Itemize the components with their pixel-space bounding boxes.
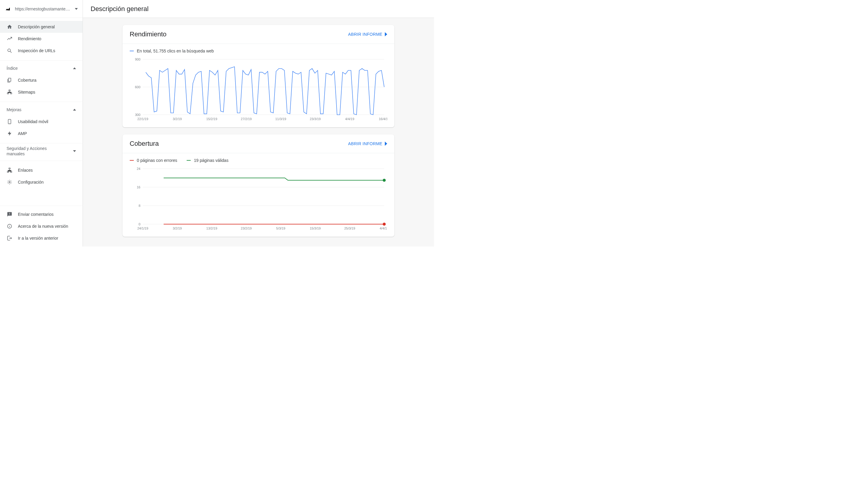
- svg-text:16: 16: [137, 186, 140, 189]
- sidebar-item-label: Inspección de URLs: [18, 48, 55, 53]
- sidebar-item-performance[interactable]: Rendimiento: [0, 33, 83, 45]
- svg-text:15/2/19: 15/2/19: [206, 117, 217, 121]
- sidebar-item-label: Usabilidad móvil: [18, 119, 48, 124]
- section-index-header[interactable]: Índice: [0, 60, 83, 74]
- swatch-blue: [130, 51, 134, 51]
- section-enh-header[interactable]: Mejoras: [0, 102, 83, 116]
- svg-text:24: 24: [137, 167, 140, 171]
- sidebar-item-mobile-usability[interactable]: Usabilidad móvil: [0, 116, 83, 128]
- svg-text:24/1/19: 24/1/19: [137, 227, 148, 230]
- trend-icon: [6, 36, 13, 42]
- home-icon: [6, 24, 13, 30]
- svg-text:25/3/19: 25/3/19: [344, 227, 355, 230]
- legend-valid: 19 páginas válidas: [187, 158, 228, 163]
- open-report-performance[interactable]: ABRIR INFORME: [348, 32, 387, 37]
- svg-text:900: 900: [135, 58, 140, 61]
- sidebar-item-label: Enlaces: [18, 168, 33, 173]
- sidebar-item-url-inspect[interactable]: Inspección de URLs: [0, 45, 83, 57]
- sidebar-item-label: Descripción general: [18, 24, 55, 29]
- sidebar-item-label: Configuración: [18, 180, 44, 185]
- section-title: Mejoras: [6, 107, 21, 112]
- sidebar: https://ernestogbustamante.... Descripci…: [0, 0, 83, 246]
- sidebar-item-label: Ir a la versión anterior: [18, 236, 58, 240]
- pages-icon: [6, 77, 13, 83]
- svg-text:4/4/19: 4/4/19: [345, 117, 354, 121]
- svg-text:3/2/19: 3/2/19: [173, 227, 182, 230]
- section-sec-header[interactable]: Seguridad y Acciones manuales: [0, 143, 83, 157]
- sidebar-item-links[interactable]: Enlaces: [0, 164, 83, 176]
- sidebar-item-coverage[interactable]: Cobertura: [0, 74, 83, 86]
- svg-text:11/3/19: 11/3/19: [276, 117, 286, 121]
- open-report-label: ABRIR INFORME: [348, 32, 383, 37]
- property-favicon: [5, 6, 11, 12]
- sitemap-icon: [6, 89, 13, 95]
- svg-text:600: 600: [135, 85, 140, 89]
- sidebar-item-about[interactable]: Acerca de la nueva versión: [0, 220, 83, 232]
- svg-rect-9: [10, 171, 12, 173]
- nav-bottom: Enviar comentarios Acerca de la nueva ve…: [0, 206, 83, 246]
- svg-text:0: 0: [138, 222, 140, 226]
- section-title: Seguridad y Acciones manuales: [6, 146, 63, 156]
- svg-text:23/2/19: 23/2/19: [241, 227, 252, 230]
- sidebar-item-label: AMP: [18, 131, 27, 136]
- svg-rect-2: [9, 90, 10, 91]
- svg-text:27/2/19: 27/2/19: [241, 117, 252, 121]
- svg-point-44: [383, 223, 386, 226]
- swatch-red: [130, 160, 134, 160]
- links-icon: [6, 167, 13, 173]
- chevron-down-icon: [73, 150, 76, 152]
- sidebar-item-sitemaps[interactable]: Sitemaps: [0, 86, 83, 98]
- svg-point-10: [9, 181, 10, 183]
- svg-text:15/3/19: 15/3/19: [310, 227, 321, 230]
- svg-rect-8: [7, 171, 9, 173]
- sidebar-item-config[interactable]: Configuración: [0, 176, 83, 188]
- property-url: https://ernestogbustamante....: [15, 6, 75, 11]
- legend-label: En total, 51.755 clics en la búsqueda we…: [137, 48, 214, 53]
- sidebar-item-oldver[interactable]: Ir a la versión anterior: [0, 232, 83, 244]
- header: Descripción general: [83, 0, 434, 18]
- svg-text:8: 8: [138, 204, 140, 208]
- nav: Descripción general Rendimiento Inspecci…: [0, 18, 83, 206]
- svg-point-6: [9, 123, 10, 124]
- legend-errors: 0 páginas con errores: [130, 158, 177, 163]
- exit-icon: [6, 235, 13, 241]
- card-title: Cobertura: [130, 140, 159, 148]
- legend-label: 19 páginas válidas: [194, 158, 228, 163]
- mobile-icon: [6, 119, 13, 125]
- page-title: Descripción general: [91, 5, 148, 13]
- svg-text:3/2/19: 3/2/19: [173, 117, 182, 121]
- svg-rect-1: [8, 78, 11, 81]
- gear-icon: [6, 179, 13, 185]
- legend-clicks: En total, 51.755 clics en la búsqueda we…: [130, 48, 214, 53]
- open-report-coverage[interactable]: ABRIR INFORME: [348, 141, 387, 146]
- card-title: Rendimiento: [130, 30, 167, 38]
- sidebar-item-feedback[interactable]: Enviar comentarios: [0, 208, 83, 220]
- chevron-right-icon: [385, 142, 387, 146]
- main: Descripción general Rendimiento ABRIR IN…: [83, 0, 434, 246]
- svg-rect-7: [9, 168, 10, 169]
- property-selector[interactable]: https://ernestogbustamante....: [0, 0, 83, 18]
- legend-label: 0 páginas con errores: [137, 158, 177, 163]
- svg-text:22/1/19: 22/1/19: [137, 117, 148, 121]
- card-coverage: Cobertura ABRIR INFORME 0 páginas con er…: [123, 134, 394, 237]
- search-icon: [6, 48, 13, 53]
- svg-rect-4: [10, 93, 12, 94]
- svg-text:23/3/19: 23/3/19: [310, 117, 321, 121]
- sidebar-item-amp[interactable]: AMP: [0, 128, 83, 140]
- sidebar-item-label: Sitemaps: [18, 90, 35, 94]
- sidebar-item-label: Rendimiento: [18, 36, 41, 41]
- section-title: Índice: [6, 66, 18, 71]
- svg-text:300: 300: [135, 113, 140, 116]
- svg-text:5/3/19: 5/3/19: [276, 227, 286, 230]
- open-report-label: ABRIR INFORME: [348, 141, 383, 146]
- sidebar-item-overview[interactable]: Descripción general: [0, 21, 83, 33]
- sidebar-item-label: Acerca de la nueva versión: [18, 224, 68, 229]
- performance-chart: 030060090022/1/193/2/1915/2/1927/2/1911/…: [130, 56, 387, 122]
- svg-rect-3: [7, 93, 9, 94]
- sidebar-item-label: Cobertura: [18, 78, 36, 83]
- content: Rendimiento ABRIR INFORME En total, 51.7…: [83, 18, 434, 246]
- bolt-icon: [6, 131, 13, 136]
- svg-text:16/4/19: 16/4/19: [379, 117, 387, 121]
- feedback-icon: [6, 211, 13, 217]
- sidebar-item-label: Enviar comentarios: [18, 212, 53, 217]
